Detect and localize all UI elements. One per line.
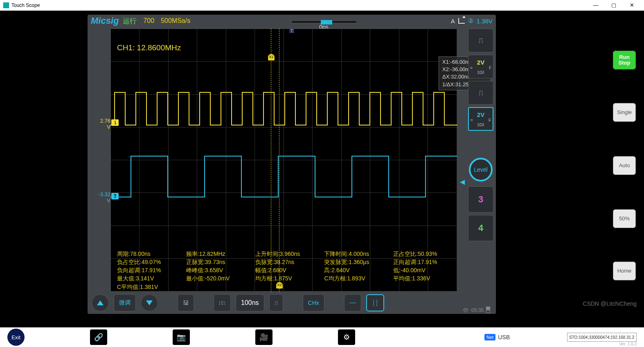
vertical-cursor-button[interactable]: ┆┆ <box>366 294 384 311</box>
ch3-enable-button[interactable]: 3 <box>468 186 493 213</box>
ch4-enable-button[interactable]: 4 <box>468 215 493 241</box>
exit-button[interactable]: Exit <box>7 329 25 346</box>
window-close-button[interactable]: ✕ <box>623 0 641 11</box>
ch1-offset-label: 2.76V <box>95 118 110 130</box>
brand-logo: Micsig <box>91 16 119 26</box>
fine-down-button[interactable] <box>141 294 158 311</box>
window-titlebar: Touch Scope — ▢ ✕ <box>0 0 644 11</box>
network-mode[interactable]: Net USB <box>484 334 510 340</box>
video-icon: 🎥 <box>259 333 268 342</box>
pulse-narrow-icon: ⎍ <box>275 300 278 306</box>
status-clock: 05:35 <box>462 307 490 313</box>
fifty-percent-button[interactable]: 50% <box>613 209 636 228</box>
home-button[interactable]: Home <box>613 262 636 280</box>
window-maximize-button[interactable]: ▢ <box>605 0 623 11</box>
timebase-value[interactable]: 100ns <box>236 294 264 311</box>
settings-button[interactable]: ⚙ <box>338 329 355 345</box>
watermark-text: CSDN @LitchiCheng <box>583 300 637 307</box>
measurements-panel: 周期:78.00ns负占空比:49.07%负向超调:17.91%最大值:3.14… <box>117 250 455 291</box>
gear-icon: ⚙ <box>343 333 350 342</box>
fine-up-button[interactable] <box>92 294 109 311</box>
ch1-coupling-pulse[interactable]: ⎍ <box>468 29 493 52</box>
hcursor-icon: ┄┄ <box>349 300 356 306</box>
trigger-level-knob[interactable]: Level <box>469 158 493 181</box>
wifi-icon <box>462 308 469 313</box>
scope-bottom-toolbar: 微调 🖫 ⎍⎍ 100ns ⎍ CHx ┄┄ ┆┆ <box>88 292 496 314</box>
ch2-offset-label: -3.32V <box>95 191 110 204</box>
camera-icon: 📷 <box>177 333 186 342</box>
zoom-out-timebase-button[interactable]: ⎍⎍ <box>214 294 231 311</box>
run-status-label: 运行 <box>123 16 137 26</box>
trigger-level-arrow-icon: ◄ <box>458 177 466 187</box>
battery-icon <box>486 307 490 313</box>
app-status-bar: Exit 🔗 📷 🎥 ⚙ Net USB <box>0 327 644 347</box>
window-minimize-button[interactable]: — <box>587 0 605 11</box>
scope-top-bar: Micsig 运行 700 500MSa/s 0ps A ② 1.36V <box>88 15 496 27</box>
vcursor-icon: ┆┆ <box>372 300 378 306</box>
window-title: Touch Scope <box>11 2 40 8</box>
ch1-scale-box[interactable]: 2V =F 10X <box>468 55 493 78</box>
zoom-in-timebase-button[interactable]: ⎍ <box>269 294 283 311</box>
ch2-coupling-pulse[interactable]: ⎍ <box>468 81 493 105</box>
ch2-tag[interactable]: 2 <box>111 193 119 199</box>
pulse-wide-icon: ⎍⎍ <box>219 300 225 306</box>
oscilloscope-panel: Micsig 运行 700 500MSa/s 0ps A ② 1.36V T C… <box>88 15 496 314</box>
memory-depth-label[interactable]: 700 <box>143 17 154 25</box>
device-address-field[interactable] <box>567 333 637 342</box>
version-label: Ver. 1.0.2 <box>619 342 637 346</box>
app-stage: Run Stop Single Auto 50% Home Micsig 运行 … <box>0 11 644 327</box>
trigger-position-marker: T <box>289 29 294 33</box>
record-button[interactable]: 🎥 <box>255 329 272 345</box>
ch1-tag[interactable]: 1 <box>111 119 119 126</box>
ch1-frequency-readout: CH1: 12.8600MHz <box>117 43 181 52</box>
link-button[interactable]: 🔗 <box>90 329 107 345</box>
link-icon: 🔗 <box>94 333 103 342</box>
channel-controls-column: ⎍ 2V =F 10X ⎍ 2V =F 10X Level 3 4 <box>468 29 493 241</box>
run-stop-button[interactable]: Run Stop <box>613 51 636 69</box>
fine-adjust-button[interactable]: 微调 <box>114 294 136 311</box>
single-button[interactable]: Single <box>613 103 636 122</box>
auto-button[interactable]: Auto <box>613 156 636 175</box>
horizontal-cursor-button[interactable]: ┄┄ <box>344 294 361 311</box>
trigger-info[interactable]: A ② 1.36V <box>451 17 493 25</box>
rising-edge-icon <box>458 18 465 24</box>
ch2-scale-box[interactable]: 2V =F 10X <box>468 107 493 131</box>
save-icon: 🖫 <box>183 300 189 306</box>
sample-rate-label[interactable]: 500MSa/s <box>161 17 190 25</box>
screenshot-button[interactable]: 📷 <box>173 329 190 345</box>
save-button[interactable]: 🖫 <box>178 294 194 311</box>
app-icon <box>3 2 9 8</box>
channel-select-button[interactable]: CHx <box>303 294 324 311</box>
